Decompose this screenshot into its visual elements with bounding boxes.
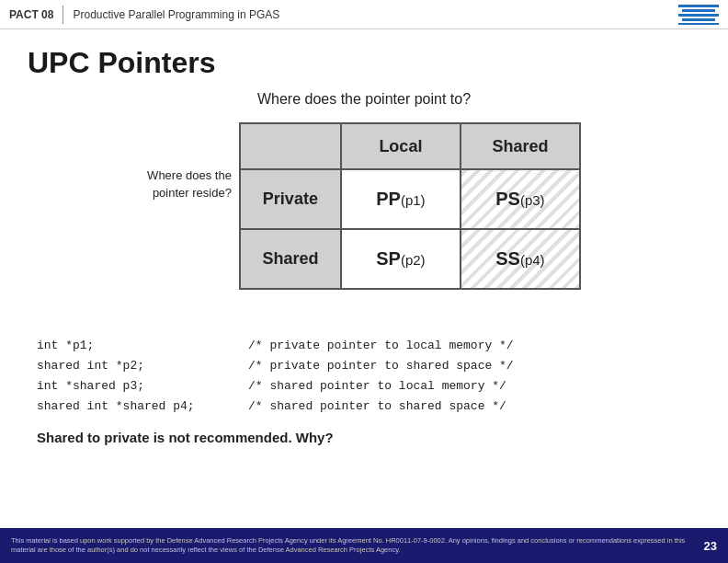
cell-sp-label: SP: [376, 248, 401, 269]
code-line1-decl: int *p1;: [37, 336, 230, 356]
code-line4-comment: /* shared pointer to shared space */: [248, 396, 514, 417]
code-comments: /* private pointer to local memory */ /*…: [248, 336, 514, 417]
svg-rect-4: [678, 23, 719, 25]
cell-sp: SP(p2): [341, 229, 461, 289]
svg-rect-3: [682, 18, 715, 21]
footer-disclaimer: This material is based upon work support…: [11, 536, 695, 556]
cell-ps-val: (p3): [520, 192, 545, 208]
code-line2-decl: shared int *p2;: [37, 356, 230, 376]
code-line3-comment: /* shared pointer to local memory */: [248, 376, 514, 396]
cell-ss-content: SS(p4): [461, 248, 579, 270]
table-container: Where does the pointer reside? Local Sha…: [28, 122, 700, 319]
row-side-labels: Where does the pointer reside?: [147, 122, 239, 319]
svg-rect-1: [682, 9, 715, 12]
shared-row-side-label: [147, 259, 239, 319]
cell-ps: PS(p3): [461, 169, 580, 229]
cell-pp-val: (p1): [401, 192, 426, 208]
side-label-line1: Where does the: [147, 168, 239, 182]
row-header-shared: Shared: [240, 229, 341, 289]
bottom-note: Shared to private is not recommended. Wh…: [37, 430, 700, 445]
footer-bar: This material is based upon work support…: [0, 528, 728, 563]
side-label-line2: pointer reside?: [147, 186, 239, 200]
conference-label: PACT 08: [9, 8, 53, 21]
table-and-labels: Where does the pointer reside? Local Sha…: [147, 122, 581, 319]
cell-ss-val: (p4): [520, 252, 545, 268]
code-section: int *p1; shared int *p2; int *shared p3;…: [37, 336, 700, 417]
cell-ss: SS(p4): [461, 229, 580, 289]
cell-sp-content: SP(p2): [342, 248, 460, 270]
cell-ps-label: PS: [495, 189, 520, 209]
ibm-logo: [678, 5, 719, 25]
code-line3-decl: int *shared p3;: [37, 376, 230, 396]
page-title: UPC Pointers: [28, 46, 700, 80]
header-title: Productive Parallel Programming in PGAS: [73, 8, 279, 21]
row-header-private: Private: [240, 169, 341, 229]
code-line4-decl: shared int *shared p4;: [37, 396, 230, 417]
code-line2-comment: /* private pointer to shared space */: [248, 356, 514, 376]
code-line1-comment: /* private pointer to local memory */: [248, 336, 514, 356]
cell-ss-label: SS: [495, 248, 520, 269]
header-divider: [63, 6, 63, 24]
svg-rect-2: [678, 14, 719, 17]
cell-pp-content: PP(p1): [342, 189, 460, 210]
pointer-table: Local Shared Private PP(p1): [239, 122, 581, 290]
col-header-local: Local: [341, 123, 461, 169]
cell-pp: PP(p1): [341, 169, 461, 229]
code-declarations: int *p1; shared int *p2; int *shared p3;…: [37, 336, 230, 417]
col-header-shared: Shared: [461, 123, 580, 169]
svg-rect-0: [678, 5, 719, 7]
main-content: UPC Pointers Where does the pointer poin…: [0, 29, 728, 462]
cell-ps-content: PS(p3): [461, 189, 579, 210]
slide-subtitle: Where does the pointer point to?: [28, 91, 700, 108]
header-bar: PACT 08 Productive Parallel Programming …: [0, 0, 728, 29]
cell-sp-val: (p2): [401, 252, 426, 268]
empty-header-cell: [240, 123, 341, 169]
private-row-side-label: [147, 200, 239, 259]
cell-pp-label: PP: [376, 189, 401, 209]
footer-page-number: 23: [695, 539, 717, 553]
